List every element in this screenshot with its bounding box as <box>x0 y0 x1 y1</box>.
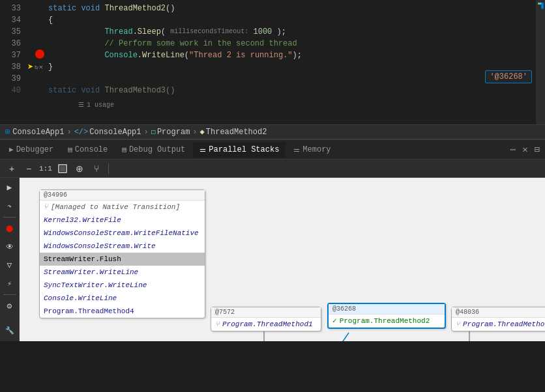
tab-console[interactable]: ▤ Console <box>61 142 114 158</box>
editor-gutter: ➤ ↻ ✕ <box>26 0 46 124</box>
settings-icon[interactable]: ⚙ <box>3 299 17 313</box>
stack-item[interactable]: WindowsConsoleStream.WriteFileNative <box>40 227 205 240</box>
stack-header-36268: @36268 <box>329 304 445 315</box>
stack-item[interactable]: StreamWriter.WriteLine <box>40 266 205 279</box>
stack-box-48036: @48036 ⑂ Program.ThreadMethod3 <box>451 307 545 331</box>
tab-layout-button[interactable]: ⊟ <box>532 144 542 155</box>
remove-button[interactable]: − <box>22 162 35 175</box>
stack-header-48036: @48036 <box>452 307 545 318</box>
minimap-area <box>536 0 545 125</box>
usage-hint: ☰ 1 usage <box>78 101 114 109</box>
stack-item[interactable]: WindowsConsoleStream.Write <box>40 240 205 253</box>
exceptions-icon[interactable]: ⚡ <box>3 276 17 290</box>
debug-output-tab-icon: ▤ <box>122 145 126 154</box>
line-numbers: 33 34 35 36 37 38 39 40 <box>0 0 26 124</box>
tab-bar: ▶ Debugger ▤ Console ▤ Debug Output ⚌ Pa… <box>0 140 545 160</box>
expand-button[interactable]: ⊕ <box>73 162 86 175</box>
code-editor: static void ThreadMethod2() { Thread.Sle… <box>46 0 545 124</box>
zoom-label: 1:1 <box>39 165 52 173</box>
add-button[interactable]: + <box>5 162 18 175</box>
stack-item[interactable]: ⑂ [Managed to Native Transition] <box>40 201 205 214</box>
stacks-toolbar: + − 1:1 ⊕ ⑂ <box>0 160 545 178</box>
breadcrumb-method[interactable]: ThreadMethod2 <box>206 128 267 137</box>
stack-item[interactable]: Console.WriteLine <box>40 292 205 305</box>
breadcrumb-class[interactable]: Program <box>157 128 190 137</box>
breakpoints-icon[interactable]: ⬤ <box>3 221 17 236</box>
filter-icon[interactable]: ▽ <box>3 258 17 272</box>
breadcrumb-vs-icon: ⊞ <box>5 127 10 137</box>
debug-tooltip: '@36268' <box>485 70 532 83</box>
breadcrumb-class-icon: ◻ <box>151 127 156 137</box>
tab-parallel-stacks[interactable]: ⚌ Parallel Stacks <box>193 142 286 158</box>
stack-header-7572: @7572 <box>211 307 321 318</box>
tab-close-button[interactable]: ✕ <box>520 144 530 155</box>
fit-button[interactable] <box>56 162 69 175</box>
stack-item-selected[interactable]: StreamWriter.Flush <box>40 253 205 266</box>
parallel-stacks-canvas: @34996 ⑂ [Managed to Native Transition] … <box>20 178 545 341</box>
watch-icon[interactable]: 👁 <box>3 240 17 254</box>
stack-item[interactable]: Program.ThreadMethod4 <box>40 305 205 318</box>
share-button[interactable]: ⑂ <box>90 162 103 175</box>
tab-debugger[interactable]: ▶ Debugger <box>3 142 60 158</box>
step-icon: ✕ <box>39 63 43 71</box>
stack-box-36268: @36268 ✓ Program.ThreadMethod2 <box>327 303 446 329</box>
breakpoint-icon <box>35 49 44 61</box>
stack-item-active[interactable]: ✓ Program.ThreadMethod2 <box>329 315 445 328</box>
sidebar-divider-1 <box>3 217 16 217</box>
breadcrumb-app[interactable]: ConsoleApp1 <box>12 128 64 137</box>
toolbar-divider <box>108 163 109 174</box>
tab-debug-output[interactable]: ▤ Debug Output <box>115 142 192 158</box>
stack-item[interactable]: ⑂ Program.ThreadMethod1 <box>211 318 321 331</box>
stack-item[interactable]: SyncTextWriter.WriteLine <box>40 279 205 292</box>
tab-overflow-button[interactable]: ⋯ <box>508 144 518 155</box>
memory-tab-icon: ⚌ <box>293 145 300 154</box>
tools-icon[interactable]: 🔧 <box>3 323 17 337</box>
fit-icon <box>57 163 68 174</box>
breadcrumb-method-icon: ◆ <box>200 127 205 137</box>
tab-memory[interactable]: ⚌ Memory <box>287 142 337 158</box>
stack-box-7572: @7572 ⑂ Program.ThreadMethod1 <box>211 307 321 331</box>
stack-header-34996: @34996 <box>40 190 205 201</box>
breadcrumb: ⊞ ConsoleApp1 › </> ConsoleApp1 › ◻ Prog… <box>0 125 545 139</box>
step-over-icon[interactable]: ↷ <box>3 199 17 213</box>
stack-box-34996: @34996 ⑂ [Managed to Native Transition] … <box>39 189 205 318</box>
arrow-icon: ➤ <box>27 61 34 74</box>
continue-icon[interactable]: ▶ <box>3 180 17 195</box>
stack-item[interactable]: Kernel32.WriteFile <box>40 214 205 227</box>
svg-rect-1 <box>60 166 65 171</box>
parallel-stacks-tab-icon: ⚌ <box>199 145 206 154</box>
console-tab-icon: ▤ <box>68 145 72 154</box>
sidebar-divider-2 <box>3 294 16 295</box>
stack-item[interactable]: ⑂ Program.ThreadMethod3 <box>452 318 545 331</box>
debugger-tab-icon: ▶ <box>9 145 14 154</box>
breadcrumb-file[interactable]: ConsoleApp1 <box>89 128 141 137</box>
breadcrumb-cs-icon: </> <box>74 128 89 137</box>
refresh-icon: ↻ <box>35 63 38 71</box>
debug-sidebar: ▶ ↷ ⬤ 👁 ▽ ⚡ ⚙ 🔧 <box>0 178 20 341</box>
